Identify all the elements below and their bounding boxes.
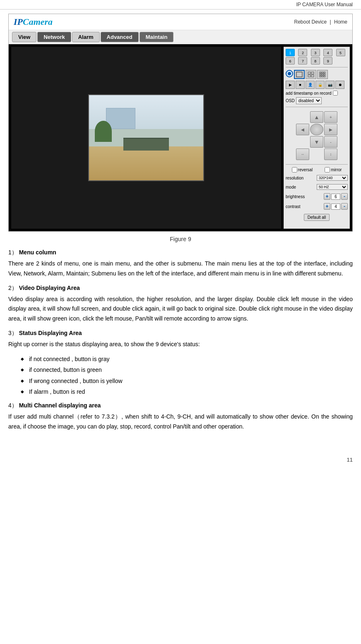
stop-btn[interactable]: ■ [296,81,305,89]
osd-select[interactable]: disabled enabled [296,97,322,104]
view-mode-1x1[interactable] [294,70,305,79]
bullet-2: if connected, button is green [21,365,353,374]
play-btn[interactable]: ▶ [286,81,295,89]
contrast-value[interactable] [331,203,340,210]
channel-btn-7[interactable]: 7 [298,57,307,65]
contrast-row: contrast + - [286,203,348,210]
reversal-label: reversal [292,167,313,172]
figure-caption: Figure 9 [8,236,353,242]
section-1-number: 1） [8,249,17,256]
ptz-zoom-in[interactable]: + [324,111,337,123]
ptz-center[interactable] [310,124,323,135]
mirror-checkbox[interactable] [325,167,330,172]
section-4-heading: 4） Multi Channel displaying area [8,402,353,409]
lock-btn[interactable]: 🔒 [315,81,325,89]
section-3-number: 3） [8,330,17,336]
ptz-down[interactable]: ▼ [310,136,323,148]
view-mode-2x2[interactable] [306,70,316,79]
section-2-heading: 2） Video Displaying Area [8,285,353,292]
ptz-up[interactable]: ▲ [310,111,323,123]
section-1-title: Menu column [19,249,56,256]
ptz-right[interactable]: ► [324,124,337,135]
view-mode-3x3[interactable] [317,70,328,79]
ptz-extra-1[interactable]: ↔ [296,148,309,160]
main-content: IPCamera Reboot Device | Home View Netwo… [0,10,361,445]
bullet-1: if not connected , button is gray [21,354,353,364]
nav-advanced[interactable]: Advanced [101,32,139,42]
ptz-empty-3 [310,148,323,160]
svg-rect-12 [322,76,323,77]
mode-select[interactable]: 50 HZ 60 HZ [317,184,348,190]
default-all-button[interactable]: Default all [304,214,330,221]
channel-btn-8[interactable]: 8 [311,57,320,65]
contrast-stepper: + - [324,203,348,210]
svg-rect-5 [320,72,321,73]
channel-grid: 1 2 3 4 5 6 7 8 9 [286,49,348,65]
bullet-4: If alarm , button is red [21,387,353,396]
ptz-left[interactable]: ◄ [296,124,309,135]
view-modes [286,70,348,79]
camera-header: IPCamera Reboot Device | Home [9,14,352,30]
section-1-heading: 1） Menu column [8,249,353,256]
camera-logo: IPCamera [14,17,53,27]
room-floor [89,146,203,180]
channel-btn-1[interactable]: 1 [286,49,295,56]
channel-btn-9[interactable]: 9 [323,57,332,65]
ptz-empty-1 [296,111,309,123]
nav-alarm[interactable]: Alarm [72,32,100,42]
timestamp-checkbox[interactable] [333,91,338,96]
channel-btn-3[interactable]: 3 [311,49,320,56]
contrast-label: contrast [286,204,308,209]
brightness-value[interactable] [331,194,340,200]
section-3-heading: 3） Status Displaying Area [8,330,353,337]
channel-btn-2[interactable]: 2 [298,49,307,56]
section-3-title: Status Displaying Area [19,330,82,336]
person-btn[interactable]: 👤 [306,81,315,89]
ptz-extra-2[interactable]: ↕ [324,148,337,160]
svg-rect-11 [320,76,321,77]
resolution-select[interactable]: 320*240 640*480 1280*720 [317,175,348,181]
section-3-bullets: if not connected , button is gray if con… [8,354,353,397]
svg-rect-8 [320,74,321,75]
section-2-body: Video display area is according with res… [8,294,353,324]
mode-label: mode [286,185,308,189]
channel-btn-6[interactable]: 6 [286,57,295,65]
osd-row: OSD disabled enabled [286,97,348,104]
video-placeholder [11,47,281,229]
nav-network[interactable]: Network [37,32,71,42]
room-image [88,94,204,181]
channel-btn-5[interactable]: 5 [336,49,345,56]
section-2-number: 2） [8,285,17,291]
room-plant [95,121,112,142]
section-2-title: Video Displaying Area [19,285,80,291]
brightness-plus[interactable]: + [324,193,330,200]
view-mode-circle[interactable] [286,70,293,77]
video-panel[interactable] [11,47,281,229]
reboot-link[interactable]: Reboot Device [294,19,327,25]
ptz-empty-2 [296,136,309,148]
camera-view-area: 1 2 3 4 5 6 7 8 9 [9,44,352,231]
resolution-row: resolution 320*240 640*480 1280*720 [286,175,348,181]
section-3-intro: Right up corner is the status displaying… [8,340,353,350]
record-btn[interactable]: ⏺ [335,81,344,89]
svg-rect-2 [311,72,314,74]
timestamp-row: add timestamp on record [286,91,348,96]
svg-rect-0 [296,72,302,77]
ptz-zoom-out[interactable]: - [324,136,337,148]
nav-view[interactable]: View [12,32,36,42]
mirror-label: mirror [325,167,342,172]
svg-rect-4 [311,75,314,77]
rev-mirror-row: reversal mirror [286,167,348,172]
reversal-checkbox[interactable] [292,167,297,172]
room-desk [123,138,169,151]
camera-btn[interactable]: 📷 [325,81,335,89]
channel-btn-4[interactable]: 4 [323,49,332,56]
nav-maintain[interactable]: Maintain [140,32,174,42]
section-4-body: If user add multi channel（refer to 7.3.2… [8,412,353,432]
contrast-minus[interactable]: - [341,203,348,210]
home-link[interactable]: Home [334,19,347,25]
divider-1 [286,67,348,67]
mode-row: mode 50 HZ 60 HZ [286,184,348,190]
contrast-plus[interactable]: + [324,203,330,210]
brightness-minus[interactable]: - [341,193,348,200]
